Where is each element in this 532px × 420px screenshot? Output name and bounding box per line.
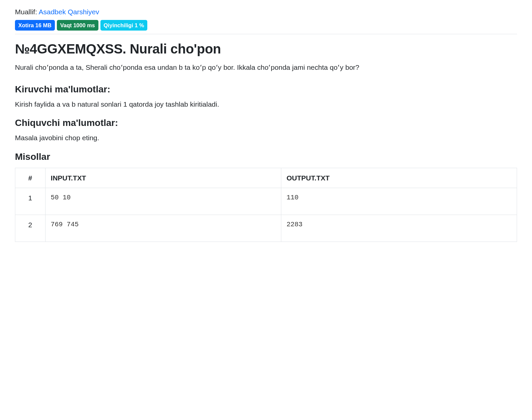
input-text: Kirish faylida a va b natural sonlari 1 … [15,99,517,110]
table-row: 1 50 10 110 [15,188,517,215]
row-num: 1 [15,188,46,215]
author-line: Muallif: Asadbek Qarshiyev [15,7,517,17]
table-row: 2 769 745 2283 [15,215,517,242]
badge-memory: Xotira 16 MB [15,20,55,31]
output-text: Masala javobini chop eting. [15,133,517,143]
problem-title: №4GGXEMQXSS. Nurali cho'pon [15,39,517,59]
table-header-row: # INPUT.TXT OUTPUT.TXT [15,168,517,188]
examples-heading: Misollar [15,150,517,164]
badges-row: Xotira 16 MB Vaqt 1000 ms Qiyinchiligi 1… [15,20,517,35]
input-heading: Kiruvchi ma'lumotlar: [15,82,517,96]
row-output: 110 [281,188,517,215]
problem-description: Nurali choʻponda a ta, Sherali choʻponda… [15,62,517,73]
badge-difficulty: Qiyinchiligi 1 % [100,20,148,31]
col-header-output: OUTPUT.TXT [281,168,517,188]
author-link[interactable]: Asadbek Qarshiyev [39,8,99,16]
row-input: 50 10 [45,188,281,215]
badge-time: Vaqt 1000 ms [57,20,98,31]
col-header-input: INPUT.TXT [45,168,281,188]
author-label: Muallif: [15,8,37,16]
row-input: 769 745 [45,215,281,242]
examples-table: # INPUT.TXT OUTPUT.TXT 1 50 10 110 2 769… [15,168,517,242]
output-heading: Chiquvchi ma'lumotlar: [15,116,517,130]
col-header-num: # [15,168,46,188]
row-num: 2 [15,215,46,242]
row-output: 2283 [281,215,517,242]
